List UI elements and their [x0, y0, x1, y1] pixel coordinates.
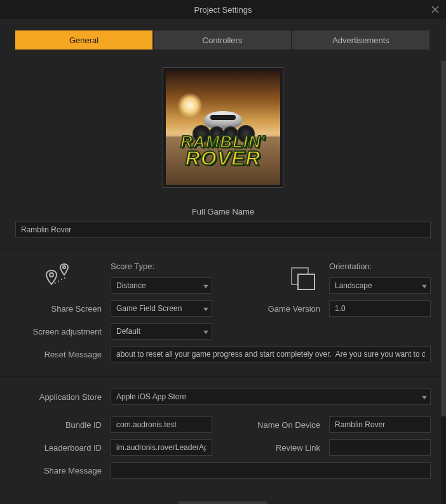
- tab-general[interactable]: General: [15, 30, 152, 50]
- share-screen-select[interactable]: Game Field Screen: [111, 300, 212, 317]
- dialog-footer: OK: [0, 493, 446, 504]
- close-icon: [431, 5, 440, 14]
- orientation-icon-cell: [219, 266, 323, 290]
- tabs: General Controllers Advertisements: [0, 19, 446, 61]
- svg-point-3: [63, 266, 65, 269]
- thumbnail-image: RAMBLIN' ROVER: [166, 70, 280, 185]
- screen-adjustment-select[interactable]: Default: [111, 323, 212, 340]
- screen-adjustment-label: Screen adjustment: [15, 327, 104, 336]
- score-type-select[interactable]: Distance: [111, 277, 212, 294]
- review-link-label: Review Link: [219, 443, 323, 453]
- scrollbar-thumb[interactable]: [441, 61, 446, 416]
- share-message-label: Share Message: [15, 466, 104, 475]
- svg-point-2: [50, 273, 53, 277]
- store-settings-section: Application Store Apple iOS App Store Bu…: [0, 377, 446, 493]
- location-icon: [46, 266, 74, 291]
- application-store-label: Application Store: [15, 392, 104, 402]
- thumbnail-title-line2: ROVER: [166, 149, 280, 168]
- orientation-icon: [291, 267, 316, 290]
- game-version-label: Game Version: [219, 304, 323, 314]
- name-on-device-label: Name On Device: [219, 420, 323, 430]
- reset-message-input[interactable]: [111, 346, 431, 362]
- tab-controllers[interactable]: Controllers: [154, 30, 291, 50]
- share-screen-label: Share Screen: [15, 304, 104, 314]
- application-store-select[interactable]: Apple iOS App Store: [111, 388, 431, 405]
- game-version-input[interactable]: [329, 300, 431, 317]
- reset-message-label: Reset Message: [15, 350, 104, 359]
- game-thumbnail[interactable]: RAMBLIN' ROVER: [163, 67, 283, 188]
- orientation-label: Orientation:: [329, 262, 431, 271]
- full-game-name-label: Full Game Name: [192, 207, 254, 216]
- orientation-select[interactable]: Landscape: [329, 277, 431, 294]
- thumbnail-section: RAMBLIN' ROVER Full Game Name: [0, 61, 446, 249]
- content-area: RAMBLIN' ROVER Full Game Name Score: [0, 61, 446, 504]
- name-on-device-input[interactable]: [329, 416, 431, 433]
- bundle-id-label: Bundle ID: [15, 420, 104, 430]
- tab-advertisements[interactable]: Advertisements: [292, 30, 429, 50]
- full-game-name-input[interactable]: [15, 222, 431, 238]
- scrollbar-track[interactable]: [441, 61, 446, 504]
- bundle-id-input[interactable]: [111, 416, 212, 433]
- share-message-input[interactable]: [111, 462, 431, 479]
- dialog-title: Project Settings: [194, 5, 252, 15]
- titlebar: Project Settings: [0, 0, 446, 19]
- leaderboard-id-label: Leaderboard ID: [15, 443, 104, 453]
- ok-button[interactable]: OK: [179, 501, 267, 504]
- score-type-label: Score Type:: [111, 262, 212, 271]
- close-button[interactable]: [429, 4, 441, 15]
- score-settings-section: Score Type: Orientation: Distance Landsc…: [0, 250, 446, 376]
- location-icon-cell: [15, 265, 104, 291]
- project-settings-dialog: Project Settings General Controllers Adv…: [0, 0, 446, 504]
- review-link-input[interactable]: [329, 439, 431, 456]
- leaderboard-id-input[interactable]: [111, 439, 212, 456]
